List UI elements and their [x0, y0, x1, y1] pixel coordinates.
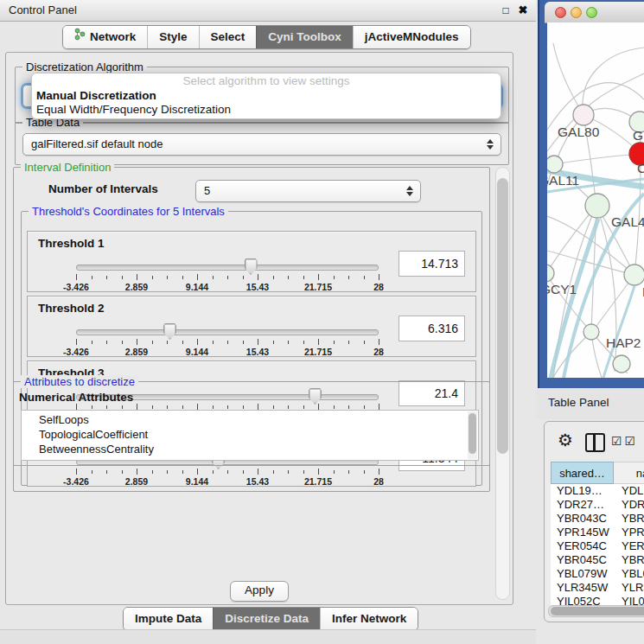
network-window-titlebar[interactable]	[545, 2, 644, 23]
tab-impute-data[interactable]: Impute Data	[124, 608, 213, 630]
tab-style[interactable]: Style	[147, 26, 198, 48]
tick-mark	[137, 274, 137, 280]
cell-shared-name[interactable]: YPR145W	[551, 526, 614, 539]
attribute-item-selfloops[interactable]: SelfLoops	[39, 412, 478, 427]
tab-select[interactable]: Select	[199, 26, 257, 48]
tab-discretize-data[interactable]: Discretize Data	[213, 608, 320, 630]
network-node-gal80[interactable]	[573, 105, 594, 125]
cell-shared-name[interactable]: YBR043C	[551, 512, 614, 526]
table-horizontal-scrollbar[interactable]	[548, 605, 644, 617]
tick-mark	[303, 470, 304, 474]
tick-mark	[348, 470, 349, 474]
tick-label: -3.426	[63, 282, 89, 292]
threshold-slider[interactable]: -3.4262.8599.14415.4321.71528	[76, 258, 379, 290]
cell-shared-name[interactable]: YBL079W	[551, 567, 614, 581]
column-layout-icon[interactable]	[585, 433, 605, 452]
table-panel-titlebar: Table Panel	[536, 388, 644, 419]
network-node-gal4[interactable]	[585, 194, 609, 218]
algorithm-popup-hint: Select algorithm to view settings	[32, 74, 501, 88]
tick-mark	[334, 341, 335, 344]
tab-infer-network[interactable]: Infer Network	[320, 608, 418, 630]
attributes-scrollbar[interactable]	[468, 411, 477, 459]
table-row[interactable]: YBR043CYBR0	[551, 512, 644, 526]
cell-name[interactable]: YIL0	[614, 595, 644, 605]
table-row[interactable]: YLR345WYLR3	[551, 581, 644, 595]
cell-name[interactable]: YDR2	[614, 498, 644, 512]
attribute-item-topologicalcoefficient[interactable]: TopologicalCoefficient	[39, 427, 478, 442]
algorithm-option-equal-width-frequency[interactable]: Equal Width/Frequency Discretization	[36, 103, 496, 117]
node-label: C	[637, 161, 644, 175]
network-edge[interactable]	[583, 48, 644, 115]
tab-network[interactable]: Network	[63, 26, 147, 48]
network-edge[interactable]	[547, 251, 634, 275]
slider-track[interactable]	[76, 329, 379, 335]
table-scrollbar-thumb[interactable]	[551, 607, 644, 615]
cell-name[interactable]: YLR3	[614, 581, 644, 595]
tick-mark	[197, 339, 198, 345]
cell-name[interactable]: YDL1	[614, 484, 644, 498]
network-edge-highlighted[interactable]	[551, 219, 598, 378]
apply-button[interactable]: Apply	[230, 581, 289, 602]
panel-scrollbar[interactable]	[495, 167, 510, 600]
cell-name[interactable]: YPR1	[614, 526, 644, 539]
checkbox-icons[interactable]: ☑☑	[611, 434, 638, 448]
table-data-combobox[interactable]: galFiltered.sif default node	[22, 133, 501, 156]
cell-name[interactable]: YER0	[614, 539, 644, 553]
tick-label: 15.43	[246, 476, 269, 487]
cell-shared-name[interactable]: YER054C	[551, 539, 614, 553]
network-node-gal11[interactable]	[547, 156, 563, 173]
table-row[interactable]: YBR045CYBR0	[551, 553, 644, 567]
numerical-attributes-list[interactable]: SelfLoopsTopologicalCoefficientBetweenne…	[21, 410, 479, 461]
cell-shared-name[interactable]: YLR345W	[551, 581, 614, 595]
number-of-intervals-label: Number of Intervals	[48, 182, 158, 195]
cell-name[interactable]: YBR0	[614, 553, 644, 567]
slider-thumb[interactable]	[163, 323, 176, 340]
threshold-value-field[interactable]: 6.316	[399, 316, 465, 341]
table-panel: ⚙ ☑☑ shared… na YDL19…YDL1YDR27…YDR2YBR0…	[544, 421, 644, 622]
traffic-light-minimize-icon[interactable]	[571, 7, 582, 18]
network-canvas[interactable]: GAL80GCGAL11GAL4GCY1HHAP2	[547, 22, 644, 378]
table-row[interactable]: YDR27…YDR2	[551, 498, 644, 512]
threshold-slider[interactable]: -3.4262.8599.14415.4321.71528	[76, 322, 379, 355]
tick-mark	[348, 341, 349, 344]
table-row[interactable]: YDL19…YDL1	[551, 484, 644, 498]
panel-scrollbar-thumb[interactable]	[497, 178, 508, 454]
float-window-button[interactable]: □	[498, 0, 513, 21]
cell-shared-name[interactable]: YDR27…	[551, 498, 614, 512]
slider-track[interactable]	[76, 265, 379, 271]
tick-mark	[167, 470, 168, 474]
network-node-hap2[interactable]	[583, 324, 599, 340]
network-node-gcy1[interactable]	[547, 265, 554, 282]
tab-jactivemnodules[interactable]: jActiveMNodules	[353, 26, 470, 48]
tick-mark	[106, 341, 107, 344]
close-window-button[interactable]: ✖	[515, 0, 531, 21]
slider-thumb[interactable]	[245, 258, 258, 275]
cell-name[interactable]: YBR0	[614, 512, 644, 526]
network-node-h[interactable]	[624, 265, 644, 285]
status-strip	[0, 629, 536, 644]
column-header-shared-name[interactable]: shared…	[551, 462, 614, 484]
traffic-light-close-icon[interactable]	[555, 7, 566, 18]
cell-shared-name[interactable]: YBR045C	[551, 553, 614, 567]
column-header-name[interactable]: na	[614, 462, 644, 484]
table-row[interactable]: YIL052CYIL0	[551, 595, 644, 605]
cell-shared-name[interactable]: YIL052C	[551, 595, 614, 605]
cell-shared-name[interactable]: YDL19…	[551, 484, 614, 498]
table-row[interactable]: YBL079WYBL0	[551, 567, 644, 581]
table-row[interactable]: YPR145WYPR1	[551, 526, 644, 539]
network-node-unlabeled[interactable]	[613, 355, 630, 373]
threshold-value-field[interactable]: 14.713	[399, 251, 465, 277]
attributes-scrollbar-thumb[interactable]	[469, 413, 476, 454]
cell-name[interactable]: YBL0	[614, 567, 644, 581]
tab-cyni-toolbox[interactable]: Cyni Toolbox	[256, 26, 353, 48]
attribute-item-betweennesscentrality[interactable]: BetweennessCentrality	[39, 442, 478, 456]
tick-mark	[258, 469, 258, 475]
number-of-intervals-combobox[interactable]: 5	[195, 180, 421, 202]
traffic-light-zoom-icon[interactable]	[586, 7, 597, 18]
network-edge[interactable]	[553, 43, 583, 115]
table-row[interactable]: YER054CYER0	[551, 539, 644, 553]
algorithm-option-manual-discretization[interactable]: Manual Discretization	[36, 89, 496, 103]
network-edge[interactable]	[554, 154, 641, 164]
tick-label: 15.43	[246, 347, 269, 357]
gear-icon[interactable]: ⚙	[558, 430, 573, 450]
